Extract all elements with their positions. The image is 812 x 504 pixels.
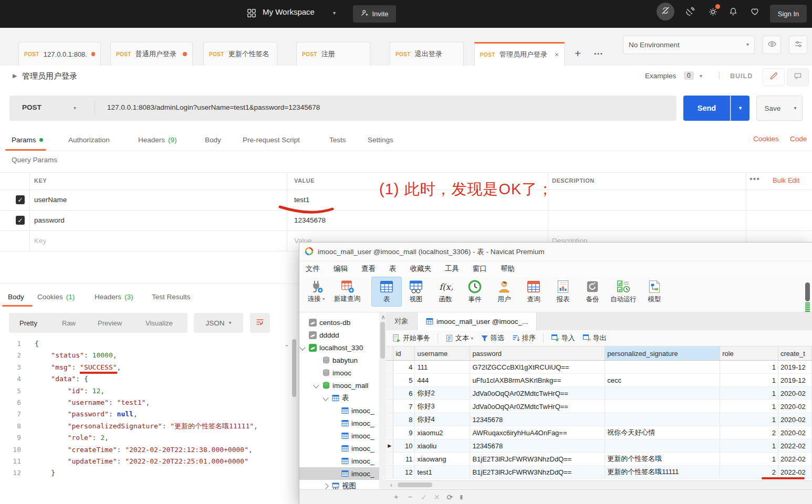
toolbar-函数[interactable]: f(x)函数: [431, 277, 460, 306]
param-key-placeholder[interactable]: Key: [34, 237, 46, 245]
grid-row[interactable]: 4111G72IZGCCcBXl1gXtRCUiUQ==12019-12: [386, 361, 812, 374]
menu-item[interactable]: 表: [389, 264, 397, 274]
toolbar-事件[interactable]: 事件: [460, 277, 490, 306]
tree-item[interactable]: centos-db: [299, 316, 386, 329]
grid-col-personalized_signature[interactable]: personalized_signature: [605, 346, 720, 361]
save-button[interactable]: Save: [756, 96, 789, 121]
record-action-1[interactable]: －: [407, 492, 414, 502]
toolbar-新建查询[interactable]: 新建查询: [331, 277, 363, 306]
record-action-4[interactable]: ⟳: [446, 493, 453, 501]
navicat-titlebar[interactable]: imooc_mall_user @imooc_mall (localhost_3…: [299, 243, 812, 261]
tree-item[interactable]: imooc: [299, 366, 386, 379]
gridtb-排序[interactable]: 排序: [509, 333, 538, 343]
tab-options-button[interactable]: •••: [590, 46, 608, 61]
tab-tests[interactable]: Tests: [329, 129, 346, 151]
grid-col-username[interactable]: username: [415, 346, 470, 361]
mini-scrollbar-thumb[interactable]: [805, 282, 810, 301]
request-tab[interactable]: POST退出登录: [390, 42, 464, 66]
grid-hscrollbar[interactable]: ‹: [386, 480, 812, 490]
request-tab[interactable]: POST普通用户登录: [110, 42, 193, 66]
menu-item[interactable]: 帮助: [501, 264, 515, 274]
send-options-button[interactable]: ▾: [731, 96, 749, 121]
build-label[interactable]: BUILD: [730, 72, 753, 80]
gridtb-导入[interactable]: 导入: [549, 333, 577, 343]
menu-item[interactable]: 查看: [361, 264, 376, 274]
tree-item[interactable]: imooc_: [299, 429, 386, 442]
tree-item[interactable]: babytun: [299, 354, 386, 366]
menu-item[interactable]: 收藏夹: [410, 264, 432, 274]
tab-headers[interactable]: Headers(9): [138, 129, 177, 151]
toolbar-备份[interactable]: 备份: [578, 277, 607, 306]
code-link[interactable]: Code: [790, 135, 807, 143]
record-action-0[interactable]: ＋: [392, 492, 400, 502]
request-tab[interactable]: POST管理员用户登录×: [474, 42, 565, 66]
mode-preview[interactable]: Preview: [98, 313, 122, 333]
environment-settings-button[interactable]: [789, 36, 807, 54]
mode-pretty[interactable]: Pretty: [19, 313, 37, 333]
environment-quick-look-button[interactable]: [763, 36, 781, 54]
tree-item[interactable]: imooc_: [299, 442, 386, 455]
response-tab-test-results[interactable]: Test Results: [152, 286, 191, 308]
param-key[interactable]: userName: [34, 196, 67, 204]
grid-row[interactable]: 7你好3JdVa0oOqQAr0ZMdtcTwHrQ==12020-02: [386, 400, 812, 413]
toolbar-用户[interactable]: 用户: [490, 277, 519, 306]
grid-row[interactable]: 12test1B1jE2T3lRJcFWRW3NhzDdQ==更新的个性签名哦1…: [386, 466, 812, 479]
toolbar-查询[interactable]: 查询: [519, 277, 548, 306]
param-value[interactable]: 12345678: [294, 216, 326, 224]
grid-row[interactable]: 9xiaomu2AWRuqaxc6iryhHuA4OnFag==祝你今天好心情2…: [386, 426, 812, 439]
tree-chevron-icon[interactable]: [322, 483, 328, 489]
grid-row[interactable]: 5444uFfu1clAXB8rmASKrlBnkg==cecc12019-12: [386, 374, 812, 387]
invite-button[interactable]: Invite: [353, 5, 396, 23]
tree-chevron-icon[interactable]: [313, 382, 319, 388]
format-select[interactable]: JSON▾: [194, 313, 243, 333]
toolbar-表[interactable]: 表: [372, 277, 401, 306]
tree-item[interactable]: imooc_: [299, 417, 386, 429]
tree-item[interactable]: imooc_: [299, 404, 386, 417]
request-tab[interactable]: POST127.0.0.1:808...: [18, 42, 101, 66]
grid-col-password[interactable]: password: [470, 346, 605, 361]
gridtb-筛选[interactable]: 筛选: [478, 333, 506, 343]
new-tab-button[interactable]: +: [570, 46, 586, 61]
sync-off-button[interactable]: [657, 3, 674, 20]
menu-item[interactable]: 编辑: [334, 264, 348, 274]
tab-settings[interactable]: Settings: [368, 129, 393, 151]
toolbar-模型[interactable]: 模型: [640, 277, 669, 306]
param-checkbox[interactable]: ✓: [16, 216, 25, 225]
comment-button[interactable]: [787, 68, 809, 86]
examples-dropdown[interactable]: Examples: [645, 72, 676, 80]
tree-item[interactable]: imooc_: [299, 467, 386, 480]
sign-in-button[interactable]: Sign In: [770, 5, 807, 23]
grid-col-role[interactable]: role: [720, 346, 778, 361]
grid-row[interactable]: 8你好41234567812020-02: [386, 413, 812, 426]
tree-item[interactable]: imooc_: [299, 455, 386, 467]
grid-row[interactable]: 11xiaowangB1jE2T3lRJcFWRW3NhzDdQ==更新的个性签…: [386, 453, 812, 466]
tree-chevron-icon[interactable]: [322, 395, 328, 401]
grid-row[interactable]: ▶10xiaoliu1234567812022-02: [386, 439, 812, 453]
close-tab-icon[interactable]: ×: [555, 50, 559, 59]
tree-item[interactable]: localhost_330: [299, 341, 386, 354]
request-tab[interactable]: POST更新个性签名: [203, 42, 277, 66]
grid-col-id[interactable]: id: [393, 346, 415, 361]
tree-item[interactable]: ddddd: [299, 329, 386, 341]
expand-triangle-icon[interactable]: ▶: [13, 72, 17, 79]
object-tab[interactable]: 对象: [386, 312, 418, 330]
menu-item[interactable]: 窗口: [473, 264, 487, 274]
gridtb-导出[interactable]: 导出: [580, 333, 609, 343]
tab-authorization[interactable]: Authorization: [68, 129, 110, 151]
tree-item[interactable]: 表: [299, 392, 386, 404]
param-key[interactable]: password: [34, 216, 65, 224]
mode-visualize[interactable]: Visualize: [145, 313, 173, 333]
tree-chevron-icon[interactable]: [299, 344, 305, 350]
menu-item[interactable]: 工具: [445, 264, 459, 274]
more-options-icon[interactable]: •••: [749, 174, 760, 184]
gridtb-文本[interactable]: 文本 ▾: [443, 333, 475, 343]
menu-item[interactable]: 文件: [306, 264, 320, 274]
method-select[interactable]: POST: [22, 103, 41, 111]
record-action-3[interactable]: ✕: [434, 493, 440, 501]
gridtb-开始事务[interactable]: 开始事务: [390, 333, 432, 343]
tree-vscrollbar[interactable]: ∧ ∨: [379, 312, 386, 496]
data-grid[interactable]: idusernamepasswordpersonalized_signature…: [386, 346, 812, 479]
toolbar-视图[interactable]: 视图: [401, 277, 431, 306]
mode-raw[interactable]: Raw: [62, 313, 76, 333]
satellite-icon[interactable]: [685, 7, 695, 19]
